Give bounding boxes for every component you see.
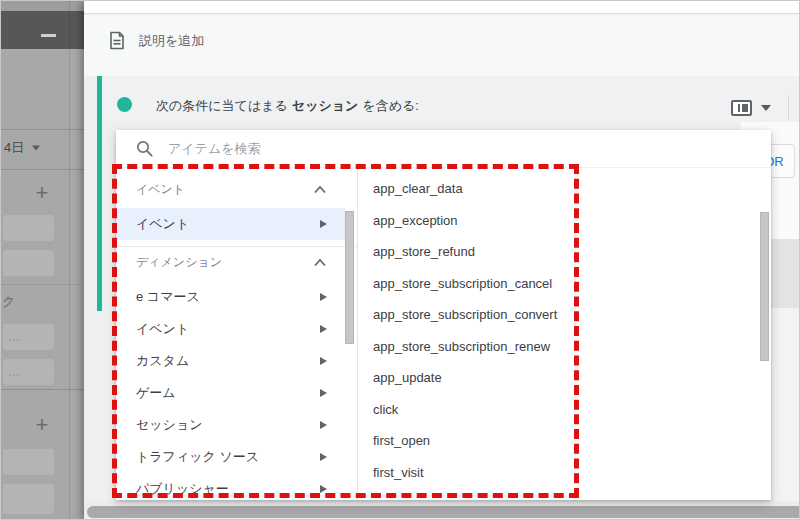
event-item-app-exception[interactable]: app_exception <box>358 205 771 237</box>
add-description-button[interactable]: 説明を追加 <box>109 31 204 50</box>
scrollbar-thumb[interactable] <box>345 211 354 344</box>
search-input[interactable] <box>168 141 588 156</box>
chevron-up-icon <box>313 258 327 267</box>
date-range-text: 4日 <box>4 139 24 157</box>
event-item-app-store-refund[interactable]: app_store_refund <box>358 236 771 268</box>
screen: 4日 + ク … … + 説明を追加 次の条件に当てはまるセッションを含める: <box>0 0 800 520</box>
menu-item-session[interactable]: セッション <box>116 409 357 441</box>
condition-accent-bar <box>97 76 102 311</box>
event-item-app-store-subscription-convert[interactable]: app_store_subscription_convert <box>358 299 771 331</box>
menu-item-event-selected[interactable]: イベント <box>116 208 345 240</box>
menu-item-game[interactable]: ゲーム <box>116 377 357 409</box>
clipped-label: ク <box>2 293 15 311</box>
dimmed-card <box>3 484 54 514</box>
background-band <box>769 308 800 501</box>
category-panel: イベント イベント ディメンション <box>116 168 358 500</box>
event-item-click[interactable]: click <box>358 394 771 426</box>
background-divider <box>1 169 84 170</box>
add-icon: + <box>30 413 54 437</box>
background-divider <box>1 129 84 130</box>
menu-item-ecommerce[interactable]: e コマース <box>116 281 357 313</box>
condition-sentence: 次の条件に当てはまるセッションを含める: <box>156 97 419 115</box>
dimmed-card <box>3 250 54 276</box>
event-item-app-store-subscription-cancel[interactable]: app_store_subscription_cancel <box>358 268 771 300</box>
item-picker-dropdown: イベント イベント ディメンション <box>116 130 771 500</box>
dimmed-card: … <box>3 324 54 350</box>
values-panel: app_clear_data app_exception app_store_r… <box>358 168 771 500</box>
chevron-right-icon <box>320 357 327 365</box>
event-item-first-visit[interactable]: first_visit <box>358 457 771 489</box>
search-row <box>116 130 771 168</box>
background-toolbar <box>1 11 84 49</box>
scrollbar-thumb[interactable] <box>760 212 769 361</box>
event-item-app-store-subscription-renew[interactable]: app_store_subscription_renew <box>358 331 771 363</box>
dropdown-caret-icon <box>761 105 771 111</box>
dimmed-card <box>3 449 54 475</box>
event-item-first-open[interactable]: first_open <box>358 425 771 457</box>
add-description-label: 説明を追加 <box>139 32 204 50</box>
add-icon: + <box>30 181 54 205</box>
dimmed-card: … <box>3 359 54 385</box>
menu-item-traffic-source[interactable]: トラフィック ソース <box>116 441 357 473</box>
chevron-right-icon <box>320 485 327 493</box>
header-separator <box>788 95 789 121</box>
section-header-events[interactable]: イベント <box>116 176 357 202</box>
menu-item-publisher[interactable]: パブリッシャー <box>116 473 357 500</box>
date-range-label: 4日 <box>4 139 41 157</box>
chevron-right-icon <box>320 421 327 429</box>
chevron-right-icon <box>320 220 327 228</box>
caret-down-icon <box>32 146 40 151</box>
event-item-app-update[interactable]: app_update <box>358 362 771 394</box>
background-divider <box>1 284 84 285</box>
chevron-up-icon <box>313 185 327 194</box>
condition-scope-selector[interactable] <box>731 100 771 116</box>
chevron-right-icon <box>320 293 327 301</box>
menu-item-event[interactable]: イベント <box>116 313 357 345</box>
add-description-icon <box>109 31 125 50</box>
horizontal-scrollbar[interactable] <box>87 506 800 518</box>
background-divider <box>1 389 84 390</box>
background-band <box>769 239 800 308</box>
scope-icon <box>731 100 752 116</box>
panel-top-bar <box>84 1 800 14</box>
section-header-dimensions[interactable]: ディメンション <box>116 249 357 275</box>
event-item-app-clear-data[interactable]: app_clear_data <box>358 173 771 205</box>
chevron-right-icon <box>320 453 327 461</box>
condition-subject: セッション <box>292 98 359 113</box>
condition-suffix: を含める: <box>362 98 419 113</box>
chevron-right-icon <box>320 325 327 333</box>
dropdown-body: イベント イベント ディメンション <box>116 168 771 500</box>
minimize-icon <box>41 34 56 37</box>
condition-bullet-icon <box>117 97 132 112</box>
condition-prefix: 次の条件に当てはまる <box>156 98 288 113</box>
search-icon <box>136 140 153 157</box>
chevron-right-icon <box>320 389 327 397</box>
background-top-strip <box>1 1 84 11</box>
dimmed-card <box>3 215 54 241</box>
background-column-divider <box>69 1 70 520</box>
menu-item-custom[interactable]: カスタム <box>116 345 357 377</box>
